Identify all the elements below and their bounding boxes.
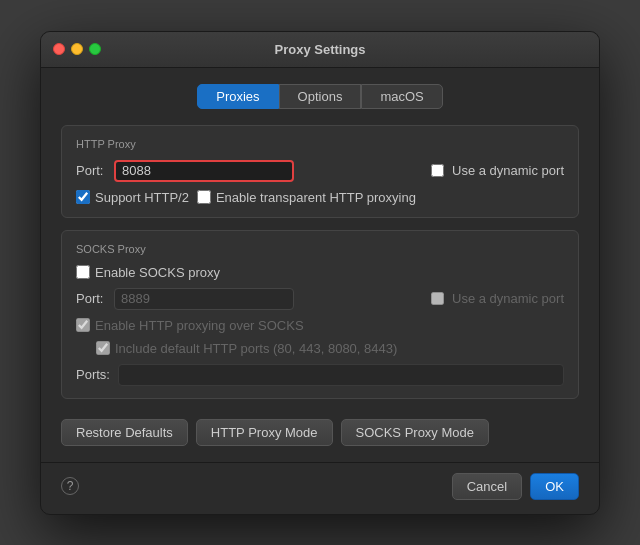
default-ports-checkbox[interactable] — [96, 341, 110, 355]
window-title: Proxy Settings — [274, 42, 365, 57]
http-proxy-section: HTTP Proxy Port: Use a dynamic port Supp… — [61, 125, 579, 218]
support-http2-checkbox[interactable] — [76, 190, 90, 204]
http-options-row: Support HTTP/2 Enable transparent HTTP p… — [76, 190, 564, 205]
restore-defaults-button[interactable]: Restore Defaults — [61, 419, 188, 446]
socks-default-ports-row: Include default HTTP ports (80, 443, 808… — [96, 341, 564, 356]
support-http2-label[interactable]: Support HTTP/2 — [76, 190, 189, 205]
tab-proxies[interactable]: Proxies — [197, 84, 278, 109]
socks-port-label: Port: — [76, 291, 106, 306]
socks-port-input[interactable] — [114, 288, 294, 310]
tab-bar: Proxies Options macOS — [61, 84, 579, 109]
socks-port-row: Port: Use a dynamic port — [76, 288, 564, 310]
maximize-button[interactable] — [89, 43, 101, 55]
socks-ports-label: Ports: — [76, 367, 110, 382]
socks-ports-input[interactable] — [118, 364, 564, 386]
traffic-lights — [53, 43, 101, 55]
http-over-socks-label[interactable]: Enable HTTP proxying over SOCKS — [76, 318, 304, 333]
bottom-buttons-bar: Restore Defaults HTTP Proxy Mode SOCKS P… — [61, 411, 579, 446]
socks-ports-row: Ports: — [76, 364, 564, 386]
socks-proxy-mode-button[interactable]: SOCKS Proxy Mode — [341, 419, 490, 446]
http-port-input[interactable] — [114, 160, 294, 182]
proxy-settings-window: Proxy Settings Proxies Options macOS HTT… — [40, 31, 600, 515]
socks-dynamic-port-checkbox[interactable] — [431, 292, 444, 305]
help-button[interactable]: ? — [61, 477, 79, 495]
http-over-socks-checkbox[interactable] — [76, 318, 90, 332]
cancel-button[interactable]: Cancel — [452, 473, 522, 500]
transparent-label[interactable]: Enable transparent HTTP proxying — [197, 190, 416, 205]
default-ports-label[interactable]: Include default HTTP ports (80, 443, 808… — [96, 341, 397, 356]
http-proxy-title: HTTP Proxy — [76, 138, 564, 150]
http-proxy-mode-button[interactable]: HTTP Proxy Mode — [196, 419, 333, 446]
socks-proxy-section: SOCKS Proxy Enable SOCKS proxy Port: Use… — [61, 230, 579, 399]
http-port-label: Port: — [76, 163, 106, 178]
socks-enable-row: Enable SOCKS proxy — [76, 265, 564, 280]
title-bar: Proxy Settings — [41, 32, 599, 68]
socks-proxy-title: SOCKS Proxy — [76, 243, 564, 255]
transparent-checkbox[interactable] — [197, 190, 211, 204]
http-dynamic-port-checkbox[interactable] — [431, 164, 444, 177]
socks-http-over-row: Enable HTTP proxying over SOCKS — [76, 318, 564, 333]
http-port-row: Port: Use a dynamic port — [76, 160, 564, 182]
ok-button[interactable]: OK — [530, 473, 579, 500]
minimize-button[interactable] — [71, 43, 83, 55]
tab-options[interactable]: Options — [279, 84, 362, 109]
footer: ? Cancel OK — [41, 462, 599, 514]
http-dynamic-port-label[interactable]: Use a dynamic port — [452, 163, 564, 178]
socks-enable-checkbox[interactable] — [76, 265, 90, 279]
socks-enable-label[interactable]: Enable SOCKS proxy — [76, 265, 220, 280]
socks-dynamic-port-label[interactable]: Use a dynamic port — [452, 291, 564, 306]
close-button[interactable] — [53, 43, 65, 55]
tab-macos[interactable]: macOS — [361, 84, 442, 109]
window-content: Proxies Options macOS HTTP Proxy Port: U… — [41, 68, 599, 462]
